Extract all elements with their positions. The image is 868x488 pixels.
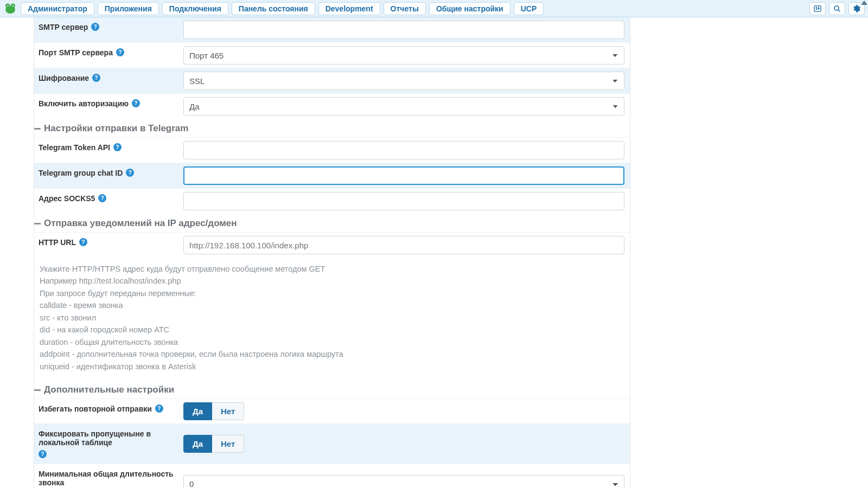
help-icon[interactable]: ?	[91, 23, 99, 31]
help-icon[interactable]: ?	[126, 169, 134, 177]
avoid-resend-toggle: Да Нет	[183, 402, 244, 420]
scroll-up-indicator	[861, 1, 867, 5]
search-icon[interactable]	[829, 2, 845, 15]
smtp-port-select[interactable]: Порт 465	[183, 46, 624, 65]
encryption-select[interactable]: SSL	[183, 72, 624, 90]
svg-line-9	[838, 10, 840, 11]
record-missed-toggle: Да Нет	[183, 435, 244, 453]
help-icon[interactable]: ?	[79, 238, 87, 246]
record-missed-label: Фиксировать пропущеныне в локальной табл…	[34, 424, 183, 464]
toggle-no[interactable]: Нет	[212, 435, 244, 453]
socks5-input[interactable]	[183, 192, 624, 210]
help-icon[interactable]: ?	[116, 48, 124, 56]
nav-admin[interactable]: Администратор	[21, 2, 94, 15]
min-duration-select[interactable]: 0	[183, 475, 624, 488]
section-ipdomain[interactable]: Отправка уведомлений на IP адрес/домен	[34, 214, 630, 232]
smtp-server-input[interactable]	[183, 21, 624, 39]
help-icon[interactable]: ?	[39, 450, 47, 458]
nav-connections[interactable]: Подключения	[162, 2, 228, 15]
min-duration-label: Минимальная общая длительность звонка ?	[34, 464, 183, 488]
enable-auth-select[interactable]: Да	[183, 97, 624, 115]
telegram-chatid-input[interactable]	[183, 166, 624, 185]
help-icon[interactable]: ?	[92, 74, 100, 82]
toggle-yes[interactable]: Да	[183, 402, 212, 420]
nav-settings[interactable]: Общие настройки	[429, 2, 510, 15]
collapse-icon	[34, 223, 41, 224]
svg-point-6	[12, 5, 14, 7]
section-telegram[interactable]: Настройки отправки в Telegram	[34, 119, 630, 137]
section-extra[interactable]: Дополнительные настройки	[34, 380, 630, 399]
http-url-label: HTTP URL ?	[34, 233, 183, 258]
nav-apps[interactable]: Приложения	[98, 2, 159, 15]
help-icon[interactable]: ?	[113, 143, 122, 151]
telegram-chatid-label: Telegram group chat ID ?	[34, 163, 183, 188]
telegram-token-label: Telegram Token API ?	[34, 138, 183, 163]
svg-rect-7	[814, 5, 821, 11]
avoid-resend-label: Избегать повторной отправки ?	[34, 399, 183, 423]
http-help-text: Укажите HTTP/HTTPS адрес куда будут отпр…	[34, 258, 630, 380]
nav-development[interactable]: Development	[318, 2, 380, 15]
socks5-label: Адрес SOCKS5 ?	[34, 189, 183, 214]
collapse-icon	[34, 389, 41, 391]
toggle-no[interactable]: Нет	[212, 402, 244, 420]
language-icon[interactable]	[809, 2, 826, 15]
svg-point-8	[834, 6, 839, 10]
encryption-label: Шифрование ?	[34, 68, 183, 93]
top-nav: Администратор Приложения Подключения Пан…	[0, 0, 868, 17]
help-icon[interactable]: ?	[98, 194, 106, 202]
nav-dashboard[interactable]: Панель состояния	[232, 2, 315, 15]
help-icon[interactable]: ?	[155, 404, 163, 413]
nav-reports[interactable]: Отчеты	[384, 2, 426, 15]
telegram-token-input[interactable]	[183, 141, 624, 159]
svg-point-5	[7, 5, 8, 7]
enable-auth-label: Включить авторизацию ?	[34, 94, 183, 119]
logo-icon	[3, 3, 17, 15]
help-icon[interactable]: ?	[132, 99, 140, 107]
toggle-yes[interactable]: Да	[183, 435, 212, 453]
settings-panel: SMTP сервер ? Порт SMTP сервера ? Порт 4…	[34, 17, 630, 488]
smtp-port-label: Порт SMTP сервера ?	[34, 43, 183, 68]
nav-ucp[interactable]: UCP	[514, 2, 544, 15]
collapse-icon	[34, 128, 41, 130]
smtp-server-label: SMTP сервер ?	[34, 17, 183, 42]
http-url-input[interactable]	[183, 236, 624, 254]
